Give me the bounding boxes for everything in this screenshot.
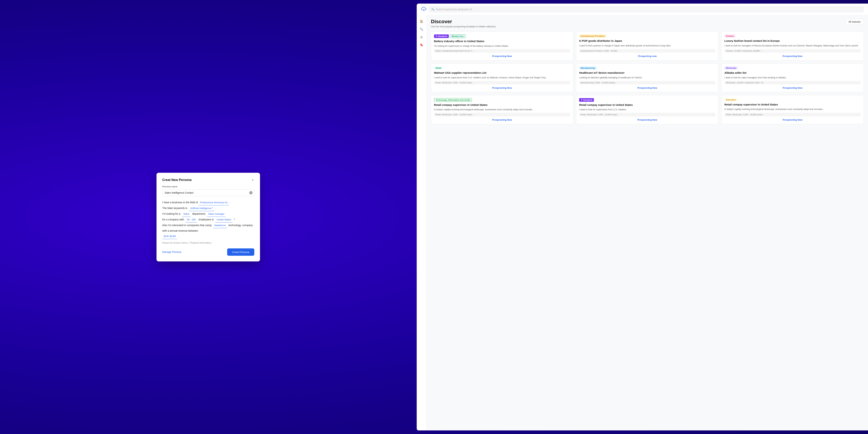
badge-manufacturing: Manufacturing: [579, 66, 596, 70]
badge-retail: Retail: [434, 66, 443, 70]
sentence3-mid: department: [192, 212, 205, 215]
create-persona-modal: Creat New Persona × Persona name ✕ I hav…: [156, 173, 260, 261]
field-tag[interactable]: Professional Services(+2): [198, 200, 229, 206]
card-tags: Education: [724, 98, 861, 101]
card-tags: ✦ Handpick: [579, 98, 715, 102]
discover-top: Discover Use the most popular prospectin…: [431, 19, 864, 28]
card-tags: Fashion: [724, 34, 861, 38]
card-meta: Fashion, 10,000+ employees, $100M ~...: [724, 49, 861, 53]
sentence5-end: .: [179, 235, 179, 238]
card-meta: Wholesale, 10,000+ employees, $1B ~ $...: [724, 81, 861, 85]
card-desc: In today's rapidly evolving technologica…: [434, 108, 570, 111]
sentence1-suffix: .: [230, 201, 230, 204]
card-item: ✦ HandpickWeekly Free Battery industry o…: [431, 31, 574, 61]
card-desc: I want to look for supervisors from U.S.…: [579, 108, 715, 111]
badge-handpick2: ✦ Handpick: [579, 98, 594, 102]
card-title: Retail compay supervisor in United State…: [724, 103, 861, 106]
all-industry-button[interactable]: All industry: [845, 19, 864, 25]
close-button[interactable]: ×: [251, 178, 254, 182]
discover-subtitle: Use the most popular prospecting templat…: [431, 25, 496, 28]
card-action-button[interactable]: Prospecting now: [579, 54, 715, 58]
sidebar-search-icon[interactable]: 🔍: [418, 26, 425, 32]
card-desc: I want to look for sales managers from A…: [724, 76, 861, 80]
input-clear-button[interactable]: ✕: [249, 191, 252, 194]
card-title: Healthcare IoT device manufacturer: [579, 71, 715, 74]
search-placeholder: Search keyword by deepsales AI: [436, 8, 472, 11]
persona-name-wrapper: ✕: [162, 189, 254, 196]
card-action-button[interactable]: Prosprecting Now: [434, 118, 570, 121]
card-title: Walmart USA supplier representative List: [434, 71, 570, 74]
persona-name-input[interactable]: [162, 189, 254, 196]
badge-education: Education: [724, 98, 738, 101]
card-action-button[interactable]: Prosprecting Now: [579, 118, 715, 121]
badge-wholesale: Wholesale: [724, 66, 738, 70]
badge-tech: Technology, Information and media: [434, 98, 472, 102]
badge-entertainment: Entertainment Providers: [579, 34, 606, 38]
hint-text: Please set at least 4 items. (* Required…: [162, 242, 254, 244]
sentence4-suffix: *: [234, 218, 235, 221]
card-tags: ✦ HandpickWeekly Free: [434, 34, 570, 38]
badge-handpick: ✦ Handpick: [434, 34, 449, 38]
card-title: Alibaba seller list: [724, 71, 861, 74]
modal-title: Creat New Persona: [162, 178, 191, 182]
card-action-button[interactable]: Prosprecting Now: [724, 54, 861, 58]
card-meta: Manufacturing, 5,000 - 10,000 employ...: [579, 81, 715, 85]
card-title: K-POP goods distributor in Japan: [579, 39, 715, 43]
card-action-button[interactable]: Prosprecting Now: [434, 54, 570, 58]
card-meta: Entertainment Providers, 5,000 - 10,000.…: [579, 49, 715, 53]
card-meta: Retail, Wholesale, 5,000 - 10,000 emplo.…: [434, 113, 570, 116]
revenue-tag[interactable]: $1M~$10M: [162, 234, 177, 239]
discover-content: Discover Use the most popular prospectin…: [427, 15, 868, 430]
card-meta: Retail, Wholesale, 5,000 - 10,000 emplo.…: [579, 113, 715, 116]
sentence4-mid: employees in: [198, 218, 214, 221]
card-action-button[interactable]: Prosprecting Now: [434, 86, 570, 89]
card-item: Education Retail compay supervisor in Un…: [721, 95, 864, 124]
search-bar[interactable]: 🔍 Search keyword by deepsales AI: [429, 6, 864, 12]
card-tags: Retail: [434, 66, 570, 70]
sidebar-nav: 🏠 🔍 ◎ 🔖: [417, 15, 427, 430]
manage-persona-link[interactable]: Manage Persona: [162, 251, 181, 253]
sidebar-home-icon[interactable]: 🏠: [418, 18, 425, 25]
discover-panel: 🔍 Search keyword by deepsales AI 🏠 🔍 ◎ 🔖…: [417, 4, 868, 430]
discover-left: Discover Use the most popular prospectin…: [431, 19, 496, 28]
card-item: Fashion Luxury fashion brand contact lis…: [721, 31, 864, 61]
card-action-button[interactable]: Prosprecting Now: [724, 86, 861, 89]
create-persona-button[interactable]: Creat Persona: [227, 248, 254, 256]
search-icon: 🔍: [431, 8, 434, 11]
keyword-tag[interactable]: Artificial Intelligence *: [189, 206, 215, 211]
cloud-icon: [421, 6, 427, 12]
card-action-button[interactable]: Prosprecting Now: [579, 86, 715, 89]
card-desc: Looking for directors globally emerging …: [579, 76, 715, 80]
card-meta: Retail, Wholesale, 5,000 - 10,000 emplo.…: [724, 113, 861, 116]
discover-title: Discover: [431, 19, 496, 25]
modal-header: Creat New Persona ×: [162, 178, 254, 182]
card-tags: Entertainment Providers: [579, 34, 715, 38]
card-item: ✦ Handpick Retail compay supervisor in U…: [576, 95, 718, 124]
tech-tag[interactable]: Salesforce: [213, 222, 227, 228]
employees-tag[interactable]: 50 - 200: [185, 217, 197, 222]
card-meta: Retail, Wholesale, 5,000 - 10,000 emplo.…: [434, 81, 570, 85]
badge-weekly-free: Weekly Free: [450, 34, 465, 38]
dept-tag[interactable]: Sales: [182, 211, 191, 217]
card-desc: I want to look for supervisors from U.S.…: [434, 76, 570, 80]
persona-name-label: Persona name: [162, 185, 254, 188]
card-desc: I want to find a person in charge of Jap…: [579, 44, 715, 48]
sidebar-bookmark-icon[interactable]: 🔖: [418, 41, 425, 48]
card-meta: Editor's handpicked leads that Free for …: [434, 49, 570, 53]
role-tag[interactable]: Sales manager: [207, 211, 226, 217]
location-tag[interactable]: United States: [215, 217, 232, 222]
card-item: Technology, Information and media Retail…: [431, 95, 574, 124]
badge-fashion: Fashion: [724, 34, 736, 38]
card-tags: Wholesale: [724, 66, 861, 70]
card-action-button[interactable]: Prosprecting Now: [724, 118, 861, 121]
card-title: Luxury fashion brand contact list in Eur…: [724, 39, 861, 43]
cards-grid: ✦ HandpickWeekly Free Battery industry o…: [431, 31, 864, 124]
sidebar-compass-icon[interactable]: ◎: [418, 34, 425, 40]
card-title: Retail compay supervisor in United State…: [434, 103, 570, 107]
sentence2-prefix: The Main keywords is: [162, 207, 187, 210]
card-desc: In today's rapidly evolving technologica…: [724, 107, 861, 111]
persona-description: I have a business in the field of Profes…: [162, 200, 254, 239]
sentence3-prefix: I'm looking for a: [162, 212, 180, 215]
sentence1-prefix: I have a business in the field of: [162, 201, 198, 204]
card-title: Retail compay supervisor in United State…: [579, 103, 715, 107]
